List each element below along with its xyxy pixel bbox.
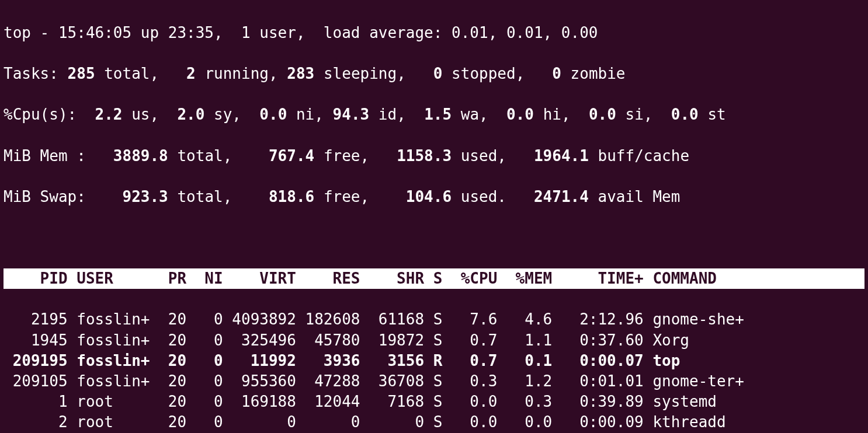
- terminal-output: top - 15:46:05 up 23:35, 1 user, load av…: [0, 0, 868, 433]
- process-row: 209195 fosslin+ 20 0 11992 3936 3156 R 0…: [4, 351, 864, 371]
- process-row: 2 root 20 0 0 0 0 S 0.0 0.0 0:00.09 kthr…: [4, 412, 864, 432]
- process-row: 1945 fosslin+ 20 0 325496 45780 19872 S …: [4, 330, 864, 351]
- top-summary-line1: top - 15:46:05 up 23:35, 1 user, load av…: [4, 23, 864, 43]
- blank-line: [4, 228, 864, 248]
- top-summary-swap: MiB Swap: 923.3 total, 818.6 free, 104.6…: [4, 187, 864, 207]
- process-row: 2195 fosslin+ 20 0 4093892 182608 61168 …: [4, 309, 864, 330]
- process-table-body: 2195 fosslin+ 20 0 4093892 182608 61168 …: [4, 309, 864, 433]
- top-summary-cpu: %Cpu(s): 2.2 us, 2.0 sy, 0.0 ni, 94.3 id…: [4, 104, 864, 125]
- process-row: 209105 fosslin+ 20 0 955360 47288 36708 …: [4, 371, 864, 392]
- top-summary-tasks: Tasks: 285 total, 2 running, 283 sleepin…: [4, 64, 864, 84]
- process-table-header: PID USER PR NI VIRT RES SHR S %CPU %MEM …: [4, 268, 864, 289]
- top-summary-mem: MiB Mem : 3889.8 total, 767.4 free, 1158…: [4, 146, 864, 166]
- process-row: 1 root 20 0 169188 12044 7168 S 0.0 0.3 …: [4, 392, 864, 412]
